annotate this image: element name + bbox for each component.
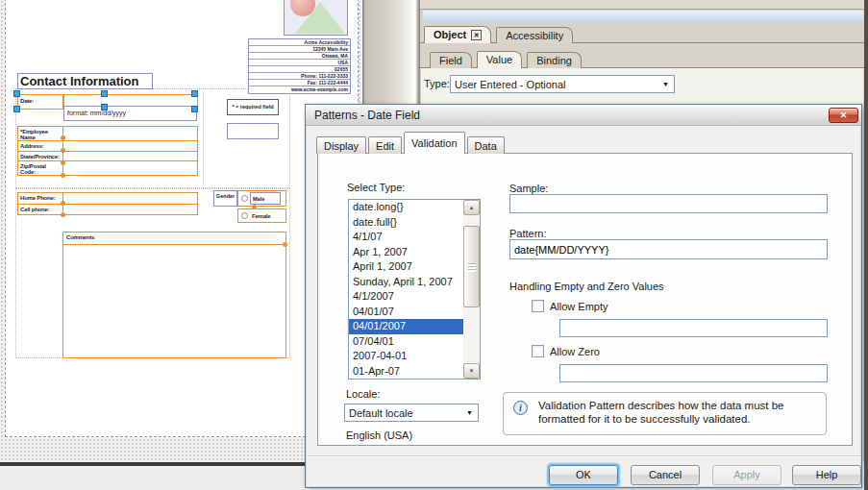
dropdown-arrow-icon: ▼ — [466, 409, 473, 416]
locale-label: Locale: — [346, 388, 380, 400]
gender-label[interactable]: Gender — [213, 190, 237, 207]
anchor-dot — [61, 160, 65, 165]
anchor-dot — [61, 201, 65, 206]
allow-zero-input[interactable] — [559, 364, 828, 382]
cell-divider — [63, 244, 285, 245]
palette-tab-accessibility-label: Accessibility — [506, 30, 563, 41]
female-option-label: Female — [252, 213, 270, 219]
list-item[interactable]: date.full{} — [349, 215, 463, 231]
field-label: Cell phone: — [18, 205, 63, 215]
dialog-close-button[interactable]: ✕ — [829, 108, 858, 123]
patterns-dialog: Patterns - Date Field ✕ Display Edit Val… — [305, 104, 862, 488]
address-line: USA — [249, 60, 350, 66]
comments-label: Comments — [66, 234, 94, 240]
pattern-label: Pattern: — [509, 228, 547, 239]
help-button[interactable]: Help — [792, 465, 861, 485]
subtab-value[interactable]: Value — [477, 51, 522, 68]
type-dropdown[interactable]: User Entered - Optional ▼ — [450, 75, 675, 93]
selection-handle[interactable] — [101, 104, 108, 110]
select-type-label: Select Type: — [347, 182, 405, 193]
list-item[interactable]: 2007-04-01 — [349, 349, 463, 364]
address-line: 12345 Main Ave — [249, 46, 350, 53]
list-item[interactable]: date.long{} — [349, 200, 463, 215]
palette-title-bar[interactable] — [423, 11, 863, 23]
locale-language: English (USA) — [346, 429, 412, 441]
pattern-type-list[interactable]: date.long{} date.full{} 4/1/07 Apr 1, 20… — [348, 199, 481, 380]
palette-tab-object-label: Object — [434, 29, 466, 40]
address-line: www.acme-example.com — [249, 86, 350, 93]
subtab-field-label: Field — [439, 55, 462, 66]
date-field-label: Date: — [20, 98, 34, 104]
empty-text-object[interactable] — [227, 123, 279, 139]
selection-handle[interactable] — [191, 90, 198, 97]
tab-data[interactable]: Data — [467, 136, 505, 154]
allow-empty-checkbox[interactable] — [532, 300, 544, 312]
field-employee-name[interactable]: *Employee Name — [18, 127, 197, 141]
button-separator — [308, 455, 861, 457]
list-item[interactable]: 07/04/01 — [349, 334, 463, 350]
field-zip-postal[interactable]: Zip/Postal Code: — [18, 161, 197, 175]
allow-empty-input[interactable] — [559, 319, 828, 337]
field-label: Address: — [18, 141, 63, 151]
selection-handle[interactable] — [13, 90, 20, 97]
employee-info-block[interactable]: *Employee Name Address: State/Province: … — [17, 126, 198, 176]
female-radio-icon[interactable] — [241, 212, 248, 219]
anchor-dot — [61, 135, 65, 140]
window-top-bar — [420, 0, 864, 10]
list-item[interactable]: 04/01/07 — [349, 305, 463, 320]
field-state-province[interactable]: State/Province: — [18, 152, 197, 162]
palette-tab-object[interactable]: Object ✕ — [424, 26, 491, 43]
radio-male[interactable]: Male — [237, 190, 286, 207]
dialog-title: Patterns - Date Field — [314, 109, 420, 122]
pattern-input[interactable] — [509, 239, 828, 259]
column-guide — [203, 93, 204, 188]
phone-block[interactable]: Home Phone: Cell phone: — [17, 192, 198, 215]
list-item[interactable]: 4/1/07 — [349, 230, 463, 245]
scroll-grip-icon — [468, 263, 476, 272]
apply-button[interactable]: Apply — [712, 465, 781, 485]
ok-button[interactable]: OK — [549, 465, 618, 485]
subtab-binding[interactable]: Binding — [527, 52, 582, 68]
scroll-down-button[interactable]: ▼ — [463, 363, 480, 379]
tab-edit[interactable]: Edit — [368, 136, 402, 154]
cancel-button[interactable]: Cancel — [631, 465, 700, 485]
field-label: *Employee Name — [18, 127, 63, 140]
list-item[interactable]: Apr 1, 2007 — [349, 245, 463, 260]
dialog-title-bar[interactable]: Patterns - Date Field — [306, 105, 861, 126]
palette-close-icon[interactable]: ✕ — [471, 30, 482, 40]
field-comments[interactable]: Comments — [62, 232, 286, 358]
sample-input[interactable] — [509, 194, 828, 213]
form-title[interactable]: Contact Information — [17, 73, 153, 89]
tab-display[interactable]: Display — [316, 136, 366, 154]
field-home-phone[interactable]: Home Phone: — [18, 193, 197, 205]
anchor-dot — [61, 173, 65, 178]
palette-tab-accessibility[interactable]: Accessibility — [496, 27, 573, 43]
locale-dropdown[interactable]: Default locale ▼ — [344, 404, 479, 422]
scroll-thumb[interactable] — [463, 226, 480, 307]
male-radio-icon[interactable] — [241, 195, 248, 202]
field-address[interactable]: Address: — [18, 141, 197, 152]
selection-handle[interactable] — [13, 106, 20, 112]
allow-zero-label: Allow Zero — [550, 346, 600, 357]
company-address-block[interactable]: Acme Accessibility 12345 Main Ave Ottawa… — [248, 38, 351, 94]
list-scrollbar[interactable]: ▲ ▼ — [463, 200, 480, 379]
list-item[interactable]: 01-Apr-07 — [349, 364, 463, 380]
list-item[interactable]: Sunday, April 1, 2007 — [349, 275, 463, 290]
list-item[interactable]: 4/1/2007 — [349, 289, 463, 305]
radio-female[interactable]: Female — [237, 208, 286, 223]
company-logo-image[interactable] — [284, 0, 348, 36]
allow-zero-checkbox[interactable] — [532, 345, 544, 357]
field-cell-phone[interactable]: Cell phone: — [18, 205, 197, 215]
anchor-dot — [252, 205, 257, 209]
date-format-hint[interactable]: format: mm/dd/yyyy — [63, 106, 197, 121]
empty-zero-heading: Handling Empty and Zero Values — [509, 281, 664, 292]
list-item[interactable]: April 1, 2007 — [349, 259, 463, 275]
tab-validation[interactable]: Validation — [404, 132, 465, 154]
scroll-up-button[interactable]: ▲ — [463, 200, 480, 215]
validation-tab-panel: Select Type: date.long{} date.full{} 4/1… — [317, 153, 853, 446]
selection-handle[interactable] — [191, 106, 198, 112]
required-field-note[interactable]: * = required field — [227, 99, 279, 115]
subtab-field[interactable]: Field — [430, 52, 472, 68]
selection-handle[interactable] — [101, 90, 108, 97]
list-item-selected[interactable]: 04/01/2007 — [349, 319, 463, 334]
